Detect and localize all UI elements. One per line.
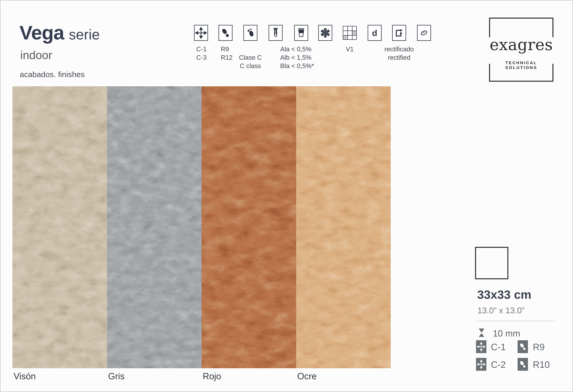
- cert-slip-shod: R9 R12: [218, 25, 233, 41]
- glass-icon: [294, 25, 308, 41]
- test-tube-icon: [269, 25, 283, 41]
- series-name: Vega: [19, 22, 64, 44]
- spec-divider: [477, 321, 555, 321]
- page-subtitle: indoor: [20, 49, 52, 62]
- shoe-print-icon: [218, 25, 233, 41]
- tile-swatch-ocre: [296, 86, 391, 368]
- cert-frost: [318, 25, 332, 41]
- brand-tagline: TECHNICAL SOLUTIONS: [489, 60, 554, 70]
- letter-d-icon: d: [368, 25, 382, 41]
- cert-letter-d: d: [368, 25, 382, 41]
- tile-name-vison: Visón: [14, 371, 36, 381]
- thickness-hourglass-icon: [478, 327, 485, 338]
- cert-chemical: [269, 25, 283, 41]
- cert-labels: Ala < 0,5% Alb < 1,5% Bla < 0,5%*: [280, 45, 322, 70]
- move-arrows-icon: [476, 358, 486, 371]
- cert-shade-variation: V1: [343, 25, 357, 41]
- logo-frame: [489, 18, 490, 37]
- series-suffix: serie: [69, 27, 100, 42]
- thickness-value: 10 mm: [493, 328, 520, 339]
- foot-print-icon: [243, 25, 257, 41]
- move-arrows-icon: [194, 25, 208, 41]
- cert-antibacterial: [417, 25, 431, 41]
- tile-swatch-rojo: [202, 86, 296, 368]
- tile-format-outline: [475, 247, 508, 279]
- abrasion-value-2: C-2: [491, 359, 506, 370]
- cert-absorption: Ala < 0,5% Alb < 1,5% Bla < 0,5%*: [294, 25, 308, 41]
- size-cm: 33x33 cm: [477, 288, 531, 302]
- cert-rectified: rectificado rectified: [392, 25, 406, 41]
- move-arrows-icon: [476, 340, 486, 353]
- brand-name: exagres: [489, 36, 554, 54]
- abrasion-value-1: C-1: [491, 342, 506, 352]
- antibacterial-icon: [417, 25, 431, 41]
- logo-frame: [553, 18, 554, 37]
- shade-variation-icon: [343, 25, 357, 41]
- finishes-label: acabados. finishes: [20, 70, 85, 79]
- cert-labels: Clase C C class: [227, 45, 274, 70]
- rectified-icon: [392, 25, 406, 41]
- logo-frame: [489, 18, 554, 18]
- logo-frame: [489, 81, 554, 82]
- tile-name-gris: Gris: [108, 371, 125, 381]
- catalog-page: Vegaserie indoor acabados. finishes C-1 …: [0, 0, 573, 392]
- page-title: Vegaserie: [19, 21, 100, 44]
- snowflake-icon: [318, 25, 332, 41]
- tile-swatch-gris: [107, 86, 202, 368]
- shoe-print-icon: [518, 358, 528, 371]
- cert-labels: rectificado rectified: [370, 45, 429, 62]
- size-inches: 13.0” x 13.0”: [477, 305, 525, 315]
- cert-crazing: C-1 C-3: [194, 25, 208, 41]
- tile-name-ocre: Ocre: [297, 371, 317, 381]
- svg-text:d: d: [372, 28, 377, 38]
- slip-value-2: R10: [533, 359, 550, 370]
- brand-logo: exagres TECHNICAL SOLUTIONS: [489, 18, 554, 82]
- tile-swatch-vison: [12, 86, 107, 368]
- cert-labels: V1: [326, 45, 374, 53]
- tile-name-rojo: Rojo: [203, 371, 221, 381]
- shoe-print-icon: [518, 340, 528, 353]
- slip-value-1: R9: [533, 342, 545, 352]
- cert-barefoot: Clase C C class: [243, 25, 257, 41]
